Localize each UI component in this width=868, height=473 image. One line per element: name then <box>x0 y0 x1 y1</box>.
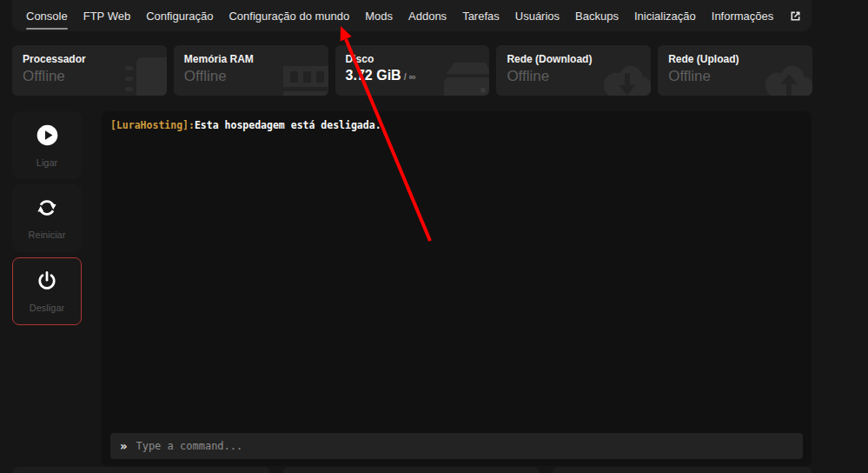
power-controls: Ligar Reiniciar Desligar <box>12 111 82 325</box>
stat-card-processador: Processador Offline <box>12 45 167 96</box>
console-line-message: Esta hospedagem está desligada. <box>195 119 381 131</box>
tab-console[interactable]: Console <box>26 0 68 31</box>
card-value: 3.72 GiB/ ∞ <box>346 68 480 83</box>
console-line-prefix: [LuraHosting]: <box>110 119 195 131</box>
tab-inicializacao[interactable]: Inicialização <box>634 0 696 31</box>
stat-card-rede-upload: Rede (Upload) Offline <box>658 45 812 96</box>
power-icon <box>36 270 58 295</box>
stat-card-rede-download: Rede (Download) Offline <box>496 45 651 96</box>
command-input[interactable] <box>136 440 793 452</box>
tab-configuracao[interactable]: Configuração <box>146 0 213 31</box>
tab-ftp-web[interactable]: FTP Web <box>83 0 130 31</box>
tab-addons[interactable]: Addons <box>408 0 447 31</box>
tab-backups[interactable]: Backups <box>575 0 619 31</box>
card-value: Offline <box>668 68 802 85</box>
card-title: Processador <box>23 53 156 65</box>
card-title: Rede (Download) <box>507 53 640 65</box>
tab-mods[interactable]: Mods <box>365 0 393 31</box>
bottom-card-partial <box>553 467 812 473</box>
prompt-chevrons-icon: » <box>120 439 127 453</box>
tab-usuarios[interactable]: Usuários <box>515 0 560 31</box>
card-title: Memória RAM <box>184 53 318 65</box>
top-navbar: Console FTP Web Configuração Configuraçã… <box>12 0 812 31</box>
card-title: Rede (Upload) <box>668 53 802 65</box>
disk-usage-value: 3.72 GiB <box>346 68 401 83</box>
start-server-button[interactable]: Ligar <box>12 111 82 179</box>
card-value: Offline <box>23 68 156 85</box>
card-value: Offline <box>184 68 318 85</box>
start-button-label: Ligar <box>36 157 57 168</box>
bottom-card-partial <box>13 467 269 473</box>
play-icon <box>36 123 59 150</box>
stats-row: Processador Offline Memória RAM Offline <box>12 45 812 96</box>
stat-card-disco: Disco 3.72 GiB/ ∞ <box>335 45 490 96</box>
command-bar: » <box>110 433 803 459</box>
console-output: [LuraHosting]:Esta hospedagem está desli… <box>102 111 812 140</box>
stat-card-memoria-ram: Memória RAM Offline <box>174 45 328 96</box>
console-panel: [LuraHosting]:Esta hospedagem está desli… <box>102 111 812 466</box>
restart-server-button[interactable]: Reiniciar <box>12 184 82 252</box>
card-value: Offline <box>507 68 640 85</box>
stop-server-button[interactable]: Desligar <box>12 257 82 325</box>
console-line: [LuraHosting]:Esta hospedagem está desli… <box>110 118 803 133</box>
tab-configuracao-do-mundo[interactable]: Configuração do mundo <box>229 0 349 31</box>
tab-tarefas[interactable]: Tarefas <box>462 0 500 31</box>
restart-icon <box>36 197 58 222</box>
disk-usage-limit: / ∞ <box>404 71 416 82</box>
card-title: Disco <box>346 53 480 65</box>
stop-button-label: Desligar <box>30 303 64 313</box>
restart-button-label: Reiniciar <box>29 230 66 240</box>
bottom-card-partial <box>283 467 539 473</box>
external-link-icon[interactable] <box>789 10 802 23</box>
tab-informacoes[interactable]: Informações <box>712 0 774 31</box>
